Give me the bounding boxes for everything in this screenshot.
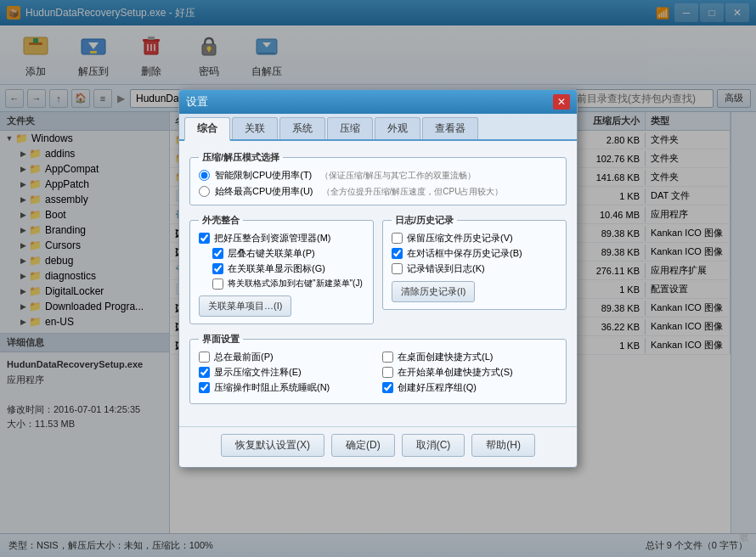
modal-overlay: 设置 ✕ 综合 关联 系统 压缩 外观 查看器 压缩/解压模式选择 智能限制CP… <box>0 0 756 557</box>
radio-smart-hint: （保证压缩/解压与其它工作的双重流畅） <box>320 170 476 182</box>
radio-smart-input[interactable] <box>199 170 210 181</box>
ui-check-3[interactable] <box>199 382 210 393</box>
ui-check-6[interactable] <box>382 382 393 393</box>
ui-label-1: 总在最前面(P) <box>214 351 274 363</box>
shell-item-4: 将关联格式添加到右键"新建菜单"(J) <box>199 278 364 290</box>
log-item-3: 记录错误到日志(K) <box>392 262 557 275</box>
radio-smart-cpu: 智能限制CPU使用率(T) （保证压缩/解压与其它工作的双重流畅） <box>199 169 557 182</box>
ok-button[interactable]: 确定(D) <box>331 434 395 457</box>
radio-max-label: 始终最高CPU使用率(U) <box>215 185 313 198</box>
tab-system[interactable]: 系统 <box>279 117 325 139</box>
shell-check-2[interactable] <box>212 248 223 259</box>
cancel-button[interactable]: 取消(C) <box>402 434 465 457</box>
radio-max-cpu: 始终最高CPU使用率(U) （全方位提升压缩/解压速度，但CPU占用较大） <box>199 185 557 198</box>
ui-check-1[interactable] <box>199 352 210 363</box>
two-col-section: 外壳整合 把好压整合到资源管理器(M) 层叠右键关联菜单(P) 在关联菜单显示图… <box>189 214 567 333</box>
log-item-2: 在对话框中保存历史记录(B) <box>392 247 557 260</box>
ui-check-2[interactable] <box>199 367 210 378</box>
radio-max-input[interactable] <box>199 186 210 197</box>
ui-item-1: 总在最前面(P) <box>199 351 374 363</box>
ui-label-3: 压缩操作时阻止系统睡眠(N) <box>214 381 330 394</box>
cpu-radio-group: 智能限制CPU使用率(T) （保证压缩/解压与其它工作的双重流畅） 始终最高CP… <box>199 169 557 198</box>
ui-item-2: 显示压缩文件注释(E) <box>199 366 374 379</box>
shell-item-3: 在关联菜单显示图标(G) <box>199 262 364 275</box>
reset-button[interactable]: 恢复默认设置(X) <box>221 434 324 457</box>
shell-label-2: 层叠右键关联菜单(P) <box>228 247 315 260</box>
tab-compress[interactable]: 压缩 <box>327 117 373 139</box>
ui-two-col: 总在最前面(P) 显示压缩文件注释(E) 压缩操作时阻止系统睡眠(N) <box>199 351 557 397</box>
shell-col: 外壳整合 把好压整合到资源管理器(M) 层叠右键关联菜单(P) 在关联菜单显示图… <box>189 214 374 333</box>
ui-left-col: 总在最前面(P) 显示压缩文件注释(E) 压缩操作时阻止系统睡眠(N) <box>199 351 374 397</box>
shell-check-1[interactable] <box>199 233 210 244</box>
modal-title: 设置 <box>186 94 553 110</box>
tab-viewer[interactable]: 查看器 <box>422 117 478 139</box>
cpu-section: 压缩/解压模式选择 智能限制CPU使用率(T) （保证压缩/解压与其它工作的双重… <box>189 151 567 205</box>
ui-check-5[interactable] <box>382 367 393 378</box>
ui-label-5: 在开始菜单创建快捷方式(S) <box>398 366 513 379</box>
log-item-1: 保留压缩文件历史记录(V) <box>392 232 557 245</box>
modal-body: 压缩/解压模式选择 智能限制CPU使用率(T) （保证压缩/解压与其它工作的双重… <box>179 141 577 423</box>
tab-associate[interactable]: 关联 <box>232 117 278 139</box>
ui-section-title: 界面设置 <box>199 333 243 346</box>
log-check-1[interactable] <box>392 233 403 244</box>
radio-max-hint: （全方位提升压缩/解压速度，但CPU占用较大） <box>322 186 504 198</box>
shell-label-1: 把好压整合到资源管理器(M) <box>214 232 331 245</box>
log-col: 日志/历史记录 保留压缩文件历史记录(V) 在对话框中保存历史记录(B) 记录错… <box>382 214 567 333</box>
modal-title-bar: 设置 ✕ <box>179 90 577 114</box>
shell-check-4[interactable] <box>212 278 223 290</box>
modal-tabs: 综合 关联 系统 压缩 外观 查看器 <box>179 114 577 141</box>
ui-item-6: 创建好压程序组(Q) <box>382 381 557 394</box>
ui-section: 界面设置 总在最前面(P) 显示压缩文件注释(E) 压缩 <box>189 333 567 404</box>
log-label-2: 在对话框中保存历史记录(B) <box>407 247 522 260</box>
log-label-1: 保留压缩文件历史记录(V) <box>407 232 513 245</box>
ui-item-4: 在桌面创建快捷方式(L) <box>382 351 557 363</box>
ui-item-3: 压缩操作时阻止系统睡眠(N) <box>199 381 374 394</box>
cpu-section-title: 压缩/解压模式选择 <box>199 151 283 164</box>
ui-label-4: 在桌面创建快捷方式(L) <box>398 351 493 363</box>
shell-section: 外壳整合 把好压整合到资源管理器(M) 层叠右键关联菜单(P) 在关联菜单显示图… <box>189 214 374 324</box>
shell-section-title: 外壳整合 <box>199 214 243 227</box>
log-check-3[interactable] <box>392 263 403 274</box>
shell-label-4: 将关联格式添加到右键"新建菜单"(J) <box>228 278 363 290</box>
shell-menu-button[interactable]: 关联菜单项目…(I) <box>199 295 291 317</box>
ui-label-6: 创建好压程序组(Q) <box>398 381 477 394</box>
ui-right-col: 在桌面创建快捷方式(L) 在开始菜单创建快捷方式(S) 创建好压程序组(Q) <box>382 351 557 397</box>
clear-history-button[interactable]: 清除历史记录(I) <box>392 281 475 302</box>
shell-item-1: 把好压整合到资源管理器(M) <box>199 232 364 245</box>
shell-check-3[interactable] <box>212 263 223 274</box>
ui-label-2: 显示压缩文件注释(E) <box>214 366 302 379</box>
tab-appearance[interactable]: 外观 <box>375 117 420 139</box>
log-section: 日志/历史记录 保留压缩文件历史记录(V) 在对话框中保存历史记录(B) 记录错… <box>382 214 567 310</box>
shell-label-3: 在关联菜单显示图标(G) <box>228 262 325 275</box>
ui-check-4[interactable] <box>382 352 393 363</box>
log-section-title: 日志/历史记录 <box>392 214 457 227</box>
modal-close-button[interactable]: ✕ <box>553 94 570 110</box>
log-check-2[interactable] <box>392 248 403 259</box>
settings-modal: 设置 ✕ 综合 关联 系统 压缩 外观 查看器 压缩/解压模式选择 智能限制CP… <box>178 89 578 468</box>
ui-item-5: 在开始菜单创建快捷方式(S) <box>382 366 557 379</box>
shell-item-2: 层叠右键关联菜单(P) <box>199 247 364 260</box>
modal-footer: 恢复默认设置(X) 确定(D) 取消(C) 帮助(H) <box>179 426 577 467</box>
tab-general[interactable]: 综合 <box>184 117 230 141</box>
log-label-3: 记录错误到日志(K) <box>407 262 485 275</box>
radio-smart-label: 智能限制CPU使用率(T) <box>215 169 312 182</box>
help-button[interactable]: 帮助(H) <box>471 434 535 457</box>
